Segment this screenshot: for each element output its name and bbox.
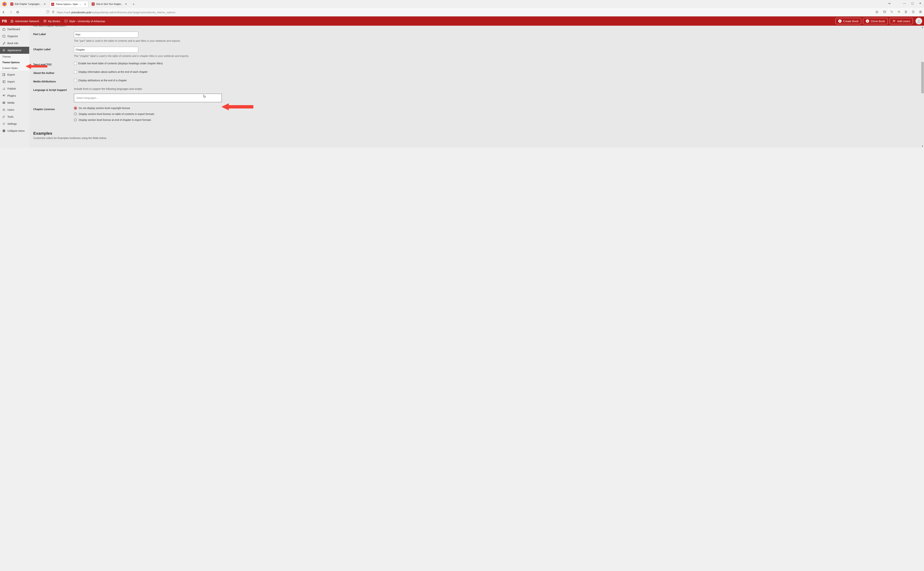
sidebar-item-bookinfo[interactable]: Book Info xyxy=(0,40,29,47)
new-tab-button[interactable]: ＋ xyxy=(131,2,136,6)
field-label: Media Attributions xyxy=(33,79,74,83)
user-avatar[interactable] xyxy=(915,18,922,25)
scroll-up-icon[interactable]: ▲ xyxy=(922,26,924,28)
checkbox-display-part-chapter[interactable]: Display part and chapter numbers xyxy=(74,26,917,26)
language-select-input[interactable]: Select languages... xyxy=(74,94,222,102)
form-row-chapter-licenses: Chapter Licenses Do not display section … xyxy=(33,104,917,127)
svg-rect-7 xyxy=(898,12,899,13)
form-row-part-label: Part Label The "part" label is used in t… xyxy=(33,29,917,45)
scrollbar-thumb[interactable] xyxy=(921,62,924,93)
scroll-down-icon[interactable]: ▼ xyxy=(922,145,924,147)
reload-button[interactable] xyxy=(16,10,20,14)
url-text: https://uark.pressbooks.pub/styleguide/w… xyxy=(57,11,873,14)
create-book-button[interactable]: +Create Book xyxy=(836,18,861,24)
administer-label: Administer Network xyxy=(15,20,39,23)
svg-point-22 xyxy=(918,19,920,21)
form-row-chapter-label: Chapter Label The "chapter" label is use… xyxy=(33,45,917,60)
sidebar-item-plugins[interactable]: Plugins xyxy=(0,92,29,99)
radio-license-2[interactable]: Display section level license at end of … xyxy=(74,119,917,121)
checkbox-icon xyxy=(74,70,77,73)
field-label: Chapter Licenses xyxy=(33,106,74,124)
form-row-part-chapter-numbers: Part and Chapter Numbers Display part an… xyxy=(33,26,917,29)
extensions-puzzle-icon[interactable] xyxy=(912,10,915,14)
field-label: Chapter Label xyxy=(33,47,74,57)
part-label-input[interactable] xyxy=(74,32,138,37)
checkbox-media-attr[interactable]: Display attributions at the end of a cha… xyxy=(74,79,917,82)
field-label: Two-Level TOC xyxy=(33,62,74,66)
clone-book-button[interactable]: +Clone Book xyxy=(863,18,888,24)
zoom-icon[interactable] xyxy=(890,10,893,14)
sidebar-item-label: Dashboard xyxy=(8,28,20,31)
sidebar-item-media[interactable]: Media xyxy=(0,99,29,106)
form-row-language-support: Language & Script Support Include fonts … xyxy=(33,85,917,104)
sidebar-item-import[interactable]: Import xyxy=(0,78,29,85)
close-window-button[interactable]: ✕ xyxy=(919,2,921,5)
svg-rect-6 xyxy=(899,11,900,12)
add-users-button[interactable]: Add Users xyxy=(890,18,913,24)
close-tab-icon[interactable]: ✕ xyxy=(43,3,46,5)
sidebar-collapse[interactable]: Collapse menu xyxy=(0,127,29,134)
extension-icon[interactable] xyxy=(898,10,900,14)
close-tab-icon[interactable]: ✕ xyxy=(125,3,127,5)
maximize-button[interactable]: ▢ xyxy=(911,2,914,5)
pocket-icon[interactable] xyxy=(883,10,886,14)
sidebar-item-organize[interactable]: Organize xyxy=(0,33,29,40)
bookmark-star-icon[interactable] xyxy=(875,10,879,14)
radio-license-0[interactable]: Do not display section level copyright l… xyxy=(74,106,917,110)
firefox-logo-icon xyxy=(2,2,7,7)
mouse-cursor-icon xyxy=(203,94,206,98)
examples-description: Customize colors for Examples textboxes … xyxy=(33,137,107,139)
checkbox-about-author[interactable]: Display information about authors at the… xyxy=(74,70,917,73)
svg-line-4 xyxy=(892,12,893,13)
sidebar-item-label: Plugins xyxy=(8,94,16,97)
sidebar-item-label: Organize xyxy=(8,35,18,38)
radio-label: Do not display section level copyright l… xyxy=(79,106,130,110)
submenu-theme-options[interactable]: Theme Options xyxy=(0,60,29,65)
sidebar-item-publish[interactable]: Publish xyxy=(0,85,29,92)
window-controls: — ▢ ✕ xyxy=(903,2,921,5)
forward-button[interactable] xyxy=(9,10,12,14)
browser-tab-active[interactable]: PB Theme Options ‹ Style - Univers ✕ xyxy=(49,1,88,7)
tab-label: Theme Options ‹ Style - Univers xyxy=(56,3,83,6)
sidebar-item-label: Appearance xyxy=(8,49,22,52)
checkbox-two-level-toc[interactable]: Enable two-level table of contents (disp… xyxy=(74,62,917,65)
sidebar-item-settings[interactable]: Settings xyxy=(0,120,29,127)
sidebar-item-dashboard[interactable]: Dashboard xyxy=(0,26,29,33)
plus-circle-icon: + xyxy=(838,19,842,23)
lock-icon[interactable] xyxy=(52,10,55,14)
submenu-custom-styles[interactable]: Custom Styles xyxy=(0,65,29,71)
svg-rect-24 xyxy=(3,80,5,83)
tab-label: How to Size Your Images for Pr xyxy=(96,3,123,5)
browser-tab[interactable]: PB How to Size Your Images for Pr ✕ xyxy=(90,1,129,7)
shield-icon[interactable] xyxy=(46,10,49,14)
sidebar-item-export[interactable]: Export xyxy=(0,71,29,78)
svg-point-35 xyxy=(3,130,5,132)
app-header: PB Administer Network My Books Style - U… xyxy=(0,17,924,26)
vertical-scrollbar[interactable]: ▲ ▼ xyxy=(921,26,924,148)
checkbox-icon xyxy=(74,62,77,65)
sidebar-item-appearance[interactable]: Appearance xyxy=(0,47,29,54)
radio-license-1[interactable]: Display section level license on table o… xyxy=(74,113,917,116)
radio-icon xyxy=(74,119,77,121)
clipboard-icon[interactable] xyxy=(904,10,907,14)
svg-rect-23 xyxy=(3,74,5,76)
sidebar-item-tools[interactable]: Tools xyxy=(0,113,29,120)
submenu-themes[interactable]: Themes xyxy=(0,54,29,60)
submenu-label: Theme Options xyxy=(2,61,20,64)
url-bar[interactable]: https://uark.pressbooks.pub/styleguide/w… xyxy=(45,10,880,14)
tab-label: Edit Chapter "Languages" ‹ Style xyxy=(15,3,42,5)
chapter-label-input[interactable] xyxy=(74,47,138,52)
current-book-link[interactable]: Style - University of Arkansas xyxy=(64,19,105,23)
back-button[interactable] xyxy=(2,10,6,14)
help-text: The "part" label is used in the table of… xyxy=(74,39,917,42)
hamburger-menu-icon[interactable] xyxy=(919,10,922,14)
close-tab-icon[interactable]: ✕ xyxy=(84,3,86,6)
sidebar-item-users[interactable]: Users xyxy=(0,106,29,113)
administer-network-link[interactable]: Administer Network xyxy=(10,19,39,23)
pressbooks-favicon-icon: PB xyxy=(92,3,95,6)
browser-tab[interactable]: PB Edit Chapter "Languages" ‹ Style ✕ xyxy=(9,1,48,7)
my-books-link[interactable]: My Books xyxy=(43,19,60,23)
tab-dropdown-icon[interactable] xyxy=(888,2,891,6)
pressbooks-logo[interactable]: PB xyxy=(2,19,7,23)
minimize-button[interactable]: — xyxy=(903,2,906,5)
